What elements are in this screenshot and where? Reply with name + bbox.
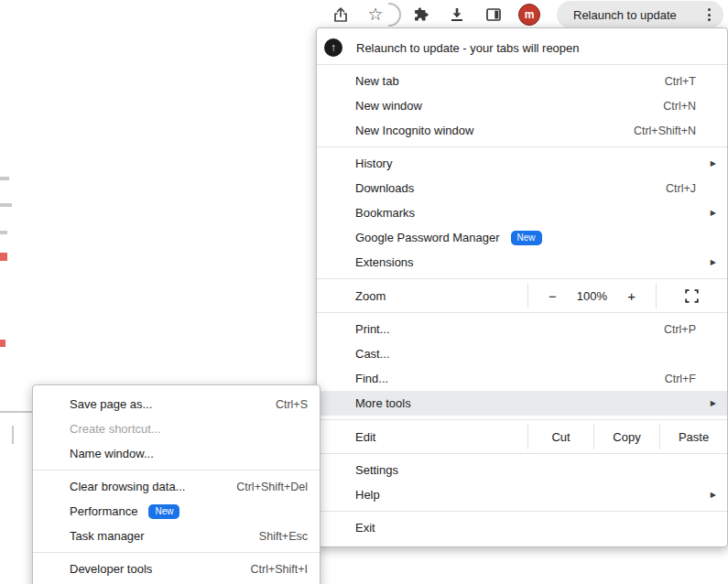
share-icon[interactable] [331, 5, 350, 24]
fullscreen-button[interactable] [657, 283, 727, 308]
menu-item-edit: Edit Cut Copy Paste [317, 424, 727, 449]
menu-divider [317, 511, 727, 512]
shortcut-label: Shift+Esc [259, 530, 308, 543]
zoom-controls: − 100% + [528, 283, 656, 308]
submenu-arrow-icon: ▶ [711, 209, 716, 217]
menu-item-find[interactable]: Find... Ctrl+F [317, 366, 727, 391]
menu-label: More tools [355, 396, 411, 410]
submenu-arrow-icon: ▶ [711, 491, 716, 499]
submenu-item-task-manager[interactable]: Task manager Shift+Esc [33, 524, 320, 548]
menu-label: Downloads [355, 181, 414, 195]
menu-label: Create shortcut... [70, 422, 161, 436]
menu-label: Performance [70, 504, 137, 518]
menu-divider [317, 64, 727, 65]
zoom-label: Zoom [317, 283, 527, 308]
shortcut-label: Ctrl+P [664, 323, 696, 336]
menu-label: New window [355, 99, 422, 113]
menu-divider [33, 552, 320, 553]
menu-label: Name window... [70, 447, 154, 460]
menu-divider [317, 146, 727, 147]
submenu-arrow-icon: ▶ [711, 258, 716, 266]
submenu-arrow-icon: ▶ [711, 399, 716, 407]
new-badge: New [148, 504, 179, 519]
menu-label: New tab [355, 74, 399, 88]
menu-item-settings[interactable]: Settings [317, 458, 727, 482]
menu-divider [317, 278, 727, 279]
page-fragment [0, 231, 7, 234]
chrome-main-menu: ↑ Relaunch to update - your tabs will re… [316, 27, 728, 547]
downloads-icon[interactable] [448, 5, 466, 24]
submenu-item-create-shortcut: Create shortcut... [33, 416, 320, 441]
shortcut-label: Ctrl+J [666, 182, 696, 195]
new-badge: New [511, 231, 542, 245]
menu-label: History [355, 157, 392, 170]
submenu-item-clear-browsing-data[interactable]: Clear browsing data... Ctrl+Shift+Del [33, 474, 320, 499]
menu-item-new-incognito-window[interactable]: New Incognito window Ctrl+Shift+N [317, 118, 727, 143]
menu-item-google-password-manager[interactable]: Google Password Manager New [317, 225, 727, 250]
submenu-item-save-page-as[interactable]: Save page as... Ctrl+S [33, 392, 320, 416]
menu-label: Print... [355, 322, 390, 336]
zoom-in-button[interactable]: + [624, 288, 639, 304]
menu-divider [33, 470, 320, 470]
menu-label: Google Password Manager [355, 231, 500, 244]
menu-label: Help [355, 488, 380, 502]
menu-item-new-tab[interactable]: New tab Ctrl+T [317, 69, 727, 93]
more-tools-submenu: Save page as... Ctrl+S Create shortcut..… [32, 384, 321, 584]
menu-item-exit[interactable]: Exit [317, 515, 727, 540]
menu-item-extensions[interactable]: Extensions ▶ [317, 250, 727, 275]
zoom-out-button[interactable]: − [545, 288, 560, 304]
fullscreen-icon [685, 289, 699, 303]
shortcut-label: Ctrl+N [663, 100, 696, 113]
menu-label: Clear browsing data... [70, 480, 185, 493]
submenu-item-developer-tools[interactable]: Developer tools Ctrl+Shift+I [33, 557, 320, 581]
page-fragment [0, 253, 7, 261]
shortcut-label: Ctrl+S [276, 398, 308, 411]
shortcut-label: Ctrl+Shift+Del [236, 481, 308, 493]
shortcut-label: Ctrl+T [665, 75, 696, 88]
page-fragment [0, 203, 12, 207]
star-glyph: ☆ [367, 5, 383, 24]
cut-button[interactable]: Cut [528, 424, 593, 449]
menu-kebab-icon[interactable] [702, 8, 716, 21]
menu-item-print[interactable]: Print... Ctrl+P [317, 317, 727, 341]
menu-label: Settings [355, 463, 398, 477]
edit-label: Edit [317, 424, 527, 449]
shortcut-label: Ctrl+F [665, 373, 696, 385]
paste-button[interactable]: Paste [660, 424, 727, 449]
menu-item-cast[interactable]: Cast... [317, 341, 727, 366]
menu-label: Bookmarks [355, 206, 415, 220]
menu-label: Exit [355, 521, 375, 535]
menu-divider [317, 453, 727, 454]
page-fragment [0, 340, 5, 347]
menu-item-new-window[interactable]: New window Ctrl+N [317, 93, 727, 118]
profile-avatar[interactable]: m [518, 4, 540, 26]
submenu-arrow-icon: ▶ [711, 159, 716, 168]
copy-button[interactable]: Copy [594, 424, 659, 449]
update-icon: ↑ [324, 38, 342, 57]
menu-item-bookmarks[interactable]: Bookmarks ▶ [317, 200, 727, 225]
menu-label: Find... [355, 372, 388, 385]
menu-item-relaunch-banner[interactable]: ↑ Relaunch to update - your tabs will re… [317, 35, 727, 60]
omnibox-right-edge [388, 3, 401, 27]
bookmark-star-icon[interactable]: ☆ [366, 5, 385, 24]
menu-divider [317, 312, 727, 313]
relaunch-to-update-button[interactable]: Relaunch to update [557, 1, 723, 28]
browser-toolbar: ☆ m Relaunch to update [0, 0, 728, 29]
menu-item-zoom: Zoom − 100% + [317, 283, 727, 308]
side-panel-icon[interactable] [484, 5, 503, 24]
extensions-puzzle-icon[interactable] [412, 5, 430, 24]
relaunch-label: Relaunch to update [573, 8, 677, 22]
submenu-item-name-window[interactable]: Name window... [33, 441, 320, 466]
menu-item-downloads[interactable]: Downloads Ctrl+J [317, 176, 727, 200]
menu-label: Developer tools [70, 562, 152, 576]
menu-label: Cast... [355, 347, 390, 361]
menu-divider [317, 419, 727, 420]
shortcut-label: Ctrl+Shift+N [634, 124, 696, 137]
menu-item-more-tools[interactable]: More tools ▶ [317, 391, 727, 416]
menu-item-help[interactable]: Help ▶ [317, 482, 727, 507]
menu-item-history[interactable]: History ▶ [317, 151, 727, 176]
submenu-item-performance[interactable]: Performance New [33, 499, 320, 524]
menu-label: Save page as... [70, 397, 152, 411]
menu-label: New Incognito window [355, 124, 473, 137]
page-fragment [0, 177, 9, 180]
